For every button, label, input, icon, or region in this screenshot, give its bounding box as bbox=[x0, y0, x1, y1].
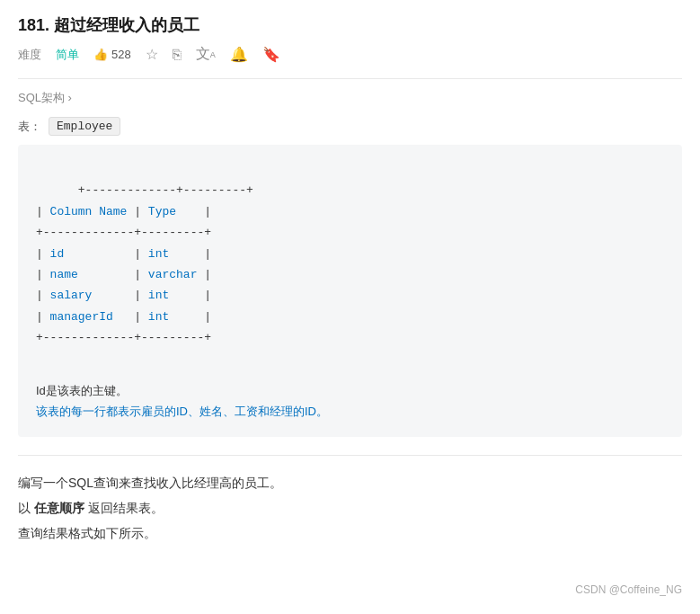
problem-title-text: 超过经理收入的员工 bbox=[54, 16, 199, 34]
problem-title: 181. 超过经理收入的员工 bbox=[18, 14, 682, 36]
problem-text-2: 以 任意顺序 返回结果表。 bbox=[18, 495, 682, 521]
difficulty-label: 难度 bbox=[18, 47, 41, 63]
text2-bold: 任意顺序 bbox=[34, 501, 84, 515]
thumbs-up-icon: 👍 bbox=[93, 48, 108, 61]
share-icon[interactable]: ⎘ bbox=[173, 47, 182, 63]
table-name-badge: Employee bbox=[49, 117, 120, 136]
breadcrumb[interactable]: SQL架构 › bbox=[18, 90, 682, 106]
problem-number: 181. bbox=[18, 16, 49, 34]
star-icon[interactable]: ☆ bbox=[146, 46, 158, 63]
problem-description: 编写一个SQL查询来查找收入比经理高的员工。 以 任意顺序 返回结果表。 查询结… bbox=[18, 470, 682, 546]
meta-row: 难度 简单 👍 528 ☆ ⎘ 文A 🔔 🔖 bbox=[18, 45, 682, 64]
table-label-row: 表： Employee bbox=[18, 117, 682, 136]
table-label-text: 表： bbox=[18, 119, 41, 135]
desc-line-2: 该表的每一行都表示雇员的ID、姓名、工资和经理的ID。 bbox=[36, 401, 664, 422]
schema-description: Id是该表的主键。 该表的每一行都表示雇员的ID、姓名、工资和经理的ID。 bbox=[36, 380, 664, 423]
schema-table: +-------------+---------+ | Column Name … bbox=[36, 159, 664, 369]
section-divider bbox=[18, 455, 682, 456]
bookmark-icon[interactable]: 🔖 bbox=[262, 46, 280, 63]
schema-box: +-------------+---------+ | Column Name … bbox=[18, 145, 682, 437]
like-count: 528 bbox=[111, 48, 131, 61]
text2-prefix: 以 bbox=[18, 501, 31, 515]
page-container: 181. 超过经理收入的员工 难度 简单 👍 528 ☆ ⎘ 文A 🔔 🔖 SQ… bbox=[0, 0, 700, 560]
difficulty-value: 简单 bbox=[56, 47, 79, 63]
bell-icon[interactable]: 🔔 bbox=[230, 46, 248, 63]
like-group[interactable]: 👍 528 bbox=[93, 48, 131, 61]
footer-brand: CSDN @Coffeine_NG bbox=[575, 583, 682, 596]
problem-text-1: 编写一个SQL查询来查找收入比经理高的员工。 bbox=[18, 470, 682, 495]
translate-icon[interactable]: 文A bbox=[196, 45, 216, 64]
top-divider bbox=[18, 78, 682, 79]
text2-suffix: 返回结果表。 bbox=[88, 501, 164, 515]
desc-line-1: Id是该表的主键。 bbox=[36, 380, 664, 401]
problem-text-3: 查询结果格式如下所示。 bbox=[18, 521, 682, 546]
schema-border-top: +-------------+---------+ | Column Name … bbox=[36, 183, 253, 344]
